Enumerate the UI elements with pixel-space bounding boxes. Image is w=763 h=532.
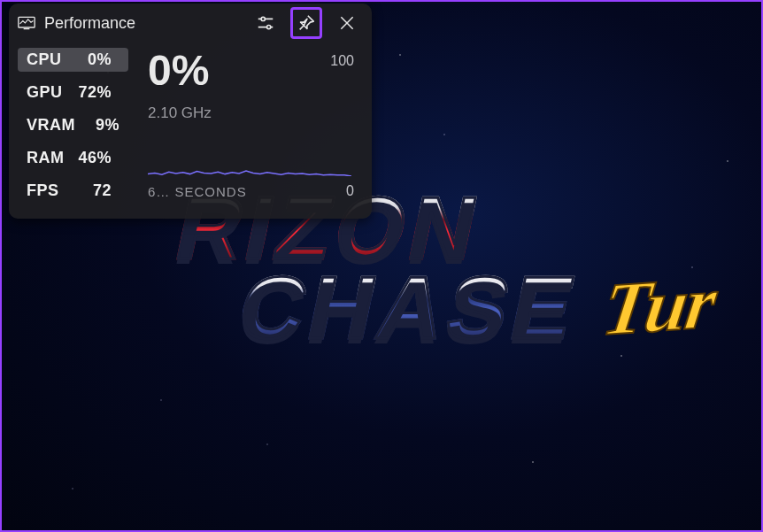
metric-row-cpu[interactable]: CPU 0% [18,48,128,72]
sliders-icon [256,13,275,33]
metric-row-gpu[interactable]: GPU 72% [18,81,128,104]
chart-y-max: 100 [330,53,354,69]
performance-header: Performance [9,4,372,42]
metric-row-vram[interactable]: VRAM 9% [18,113,128,137]
metric-value: 72 [76,181,112,200]
pin-button[interactable] [290,7,322,39]
metric-value: 46% [76,149,112,167]
metric-label: GPU [27,83,67,102]
metric-label: CPU [27,50,67,69]
svg-point-3 [261,17,265,20]
svg-point-5 [267,25,271,28]
metric-value: 0% [76,50,112,69]
chart-x-label: 6… SECONDS [148,184,247,199]
performance-body: CPU 0% GPU 72% VRAM 9% RAM 46% FPS 72 0%… [9,42,372,219]
metric-row-fps[interactable]: FPS 72 [18,179,128,203]
metric-label: FPS [27,181,67,200]
chart-y-min: 0 [346,183,354,199]
metrics-list: CPU 0% GPU 72% VRAM 9% RAM 46% FPS 72 [18,48,128,203]
metric-label: RAM [27,149,67,167]
metric-value: 9% [84,116,119,135]
performance-title: Performance [44,14,241,33]
performance-monitor-icon [18,16,35,30]
sparkline-chart [148,123,351,176]
metric-label: VRAM [27,116,75,135]
close-icon [338,14,356,32]
chart-area: 0% 2.10 GHz 100 0 6… SECONDS [148,48,358,203]
performance-widget: Performance CPU [9,4,372,219]
settings-button[interactable] [250,7,281,39]
chart-sub-value: 2.10 GHz [148,104,358,122]
pin-icon [297,13,316,33]
close-button[interactable] [331,7,363,39]
metric-row-ram[interactable]: RAM 46% [18,146,128,170]
chart-main-value: 0% [148,50,358,92]
metric-value: 72% [76,83,112,102]
